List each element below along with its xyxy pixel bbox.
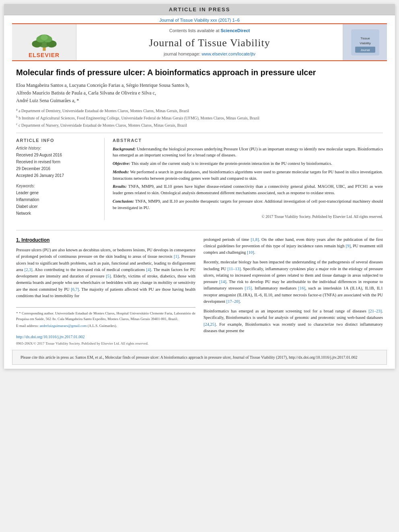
issn-line: 0965-206X/© 2017 Tissue Viability Societ… (16, 341, 195, 347)
journal-header-box: ELSEVIER Contents lists available at Sci… (12, 23, 387, 61)
intro-paragraph2: prolonged periods of time [1,8]. On the … (204, 236, 383, 256)
citation-box: Please cite this article in press as: Sa… (12, 350, 387, 365)
authors-line3: André Luiz Sena Guimarães a, * (16, 98, 79, 103)
keyword-3: Diabet ulcer (16, 204, 37, 209)
elsevier-label: ELSEVIER (29, 52, 60, 58)
elsevier-logo-area: ELSEVIER (12, 24, 76, 60)
main-content: Molecular finds of pressure ulcer: A bio… (4, 61, 395, 224)
journal-title: Journal of Tissue Viability (149, 37, 270, 49)
ref-2-3[interactable]: [2,3] (25, 267, 33, 272)
svg-text:Viability: Viability (360, 41, 370, 45)
abstract-conclusion: Conclusion: TNFA, MMP9, and IL10 are pos… (113, 198, 383, 211)
article-in-press-banner: ARTICLE IN PRESS (4, 4, 395, 15)
svg-text:Tissue: Tissue (360, 37, 370, 40)
objective-text: This study aim of the current study is t… (131, 161, 332, 166)
article-info-col: ARTICLE INFO Article history: Received 2… (16, 138, 105, 220)
revised-date: 29 December 2016 (16, 166, 50, 171)
methods-text: We performed a search in gene databases,… (113, 170, 383, 181)
abstract-methods: Methods: We performed a search in gene d… (113, 169, 383, 182)
tissue-viability-logo: Tissue Viability Journal (349, 27, 381, 58)
results-label: Results: (113, 184, 127, 189)
abstract-copyright: © 2017 Tissue Viability Society. Publish… (113, 214, 383, 220)
ref-5[interactable]: [5] (106, 274, 111, 278)
keyword-1: Leader gene (16, 191, 39, 195)
footnote-section: * * Corresponding author. Universidade E… (16, 307, 195, 334)
ref-4[interactable]: [4] (146, 267, 151, 272)
ref-21-23[interactable]: [21–23] (368, 309, 382, 313)
journal-center-header: Contents lists available at ScienceDirec… (76, 24, 343, 60)
article-history-label: Article history: (16, 146, 98, 150)
article-info-heading: ARTICLE INFO (16, 138, 98, 143)
keywords-list: Leader gene Inflammation Diabet ulcer Ne… (16, 189, 98, 217)
received-date: Received 29 August 2016 (16, 153, 62, 157)
ref-10[interactable]: [10] (247, 250, 254, 255)
conclusion-text: TNFA, MMP9, and IL10 are possible therap… (113, 199, 383, 210)
intro-paragraph3: Recently, molecular biology has been imp… (204, 259, 383, 305)
svg-text:Journal: Journal (360, 49, 370, 51)
affiliation-c: c c Department of Nursery, Universidade … (16, 122, 383, 128)
ref-11-13[interactable]: [11–13] (228, 267, 241, 271)
abstract-results: Results: TNFA, MMP9, and IL10 genes have… (113, 183, 383, 196)
body-two-col: 1. Introduction Pressure ulcers (PU) are… (4, 236, 395, 347)
article-info-abstract-section: ARTICLE INFO Article history: Received 2… (16, 133, 383, 220)
authors-line1: Eloa Mangabeira Santos a, Lucyana Concei… (16, 82, 189, 88)
objective-label: Objective: (113, 161, 130, 166)
corresponding-author-note: * * Corresponding author. Universidade E… (16, 311, 195, 322)
ref-1[interactable]: [1] (174, 254, 179, 259)
authors-list: Eloa Mangabeira Santos a, Lucyana Concei… (16, 82, 383, 105)
ref-17-20[interactable]: [17–20] (226, 299, 240, 304)
article-title: Molecular finds of pressure ulcer: A bio… (16, 67, 383, 78)
authors-line2: Alfredo Maurício Batista de Paula a, Car… (16, 90, 156, 96)
abstract-text: Background: Understanding the biological… (113, 146, 383, 220)
science-direct-link[interactable]: ScienceDirect (221, 28, 250, 33)
body-divider (16, 230, 383, 230)
background-label: Background: (113, 147, 136, 151)
affiliation-b: b b Institute of Agricultural Sciences, … (16, 115, 383, 121)
conclusion-label: Conclusion: (113, 199, 134, 203)
keyword-4: Network (16, 211, 31, 216)
introduction-heading: 1. Introduction (16, 236, 195, 244)
affiliation-a: a a Department of Dentistry, Universidad… (16, 107, 383, 114)
ref-24-25[interactable]: [24,25] (204, 322, 216, 327)
email-link[interactable]: andreluizguimaraes@gmail.com (39, 324, 86, 328)
intro-paragraph4: Bioinformatics has emerged as an importa… (204, 308, 383, 334)
ref-15[interactable]: [15] (245, 286, 252, 290)
background-text: Understanding the biological processes u… (113, 147, 383, 158)
email-note: E-mail address: andreluizguimaraes@gmail… (16, 323, 195, 329)
page: ARTICLE IN PRESS Journal of Tissue Viabi… (4, 4, 395, 369)
keywords-section: Keywords: Leader gene Inflammation Diabe… (16, 184, 98, 217)
svg-point-6 (41, 35, 48, 40)
received-revised-label: Received in revised form (16, 160, 60, 164)
ref-6-7[interactable]: [6,7] (71, 287, 79, 292)
ref-16[interactable]: [16] (298, 286, 306, 290)
citation-text: Please cite this article in press as: Sa… (21, 355, 358, 359)
journal-right-logo: Tissue Viability Journal (343, 24, 387, 60)
affiliations: a a Department of Dentistry, Universidad… (16, 107, 383, 129)
ref-1-8[interactable]: [1,8] (251, 237, 259, 242)
doi-link[interactable]: http://dx.doi.org/10.1016/j.jtv.2017.01.… (16, 334, 195, 340)
science-direct-text: Contents lists available at ScienceDirec… (169, 28, 250, 33)
abstract-col: ABSTRACT Background: Understanding the b… (113, 138, 383, 220)
journal-header-top: Journal of Tissue Viability xxx (2017) 1… (4, 15, 395, 23)
abstract-heading: ABSTRACT (113, 138, 383, 143)
banner-text: ARTICLE IN PRESS (169, 6, 230, 12)
accepted-date: Accepted 26 January 2017 (16, 173, 64, 178)
methods-label: Methods: (113, 170, 129, 174)
abstract-objective: Objective: This study aim of the current… (113, 160, 383, 167)
results-text: TNFA, MMP9, and IL10 genes have higher d… (113, 184, 383, 195)
intro-paragraph1: Pressure ulcers (PU) are also known as d… (16, 247, 195, 299)
keywords-label: Keywords: (16, 184, 98, 188)
journal-homepage: journal homepage: www.elsevier.com/locat… (164, 51, 255, 56)
ref-9[interactable]: [9] (346, 244, 350, 248)
journal-volume-info: Journal of Tissue Viability xxx (2017) 1… (159, 18, 240, 23)
elsevier-tree-icon (28, 34, 60, 52)
body-right-col: prolonged periods of time [1,8]. On the … (204, 236, 383, 347)
body-left-col: 1. Introduction Pressure ulcers (PU) are… (16, 236, 195, 347)
abstract-background: Background: Understanding the biological… (113, 146, 383, 159)
article-history-dates: Received 29 August 2016 Received in revi… (16, 152, 98, 179)
ref-14[interactable]: [14] (219, 279, 226, 284)
homepage-link[interactable]: www.elsevier.com/locate/jtv (202, 51, 255, 56)
keyword-2: Inflammation (16, 197, 39, 202)
